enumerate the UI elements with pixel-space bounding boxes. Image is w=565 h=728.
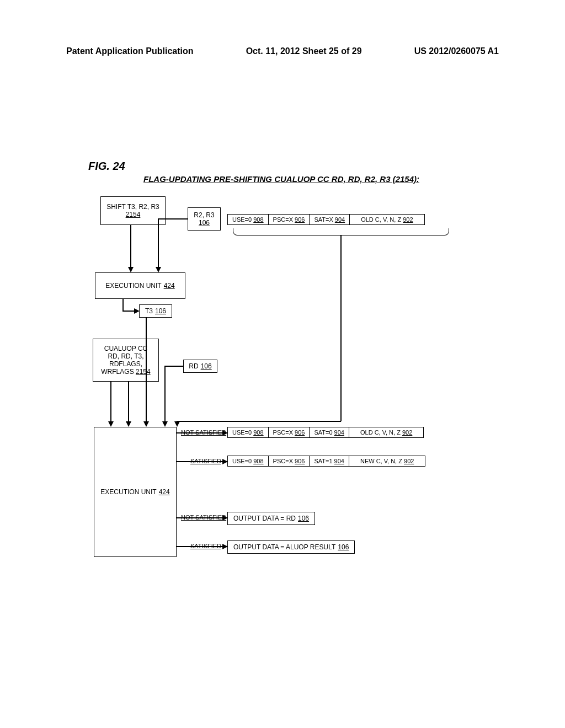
r2r3-ref: 106 xyxy=(199,219,210,227)
shift-box: SHIFT T3, R2, R3 2154 xyxy=(100,196,166,225)
sat-cell: SAT=X 904 xyxy=(310,215,350,224)
brace-tail xyxy=(340,235,342,421)
output-not-satisfied-box: OUTPUT DATA = RD 106 xyxy=(227,512,315,525)
page-header: Patent Application Publication Oct. 11, … xyxy=(66,46,499,56)
header-center: Oct. 11, 2012 Sheet 25 of 29 xyxy=(246,46,362,56)
rd-box: RD 106 xyxy=(183,360,217,373)
rd-ref: 106 xyxy=(201,362,212,370)
execution-unit-2-box: EXECUTION UNIT 424 xyxy=(94,427,177,557)
output-satisfied-box: OUTPUT DATA = ALUOP RESULT 106 xyxy=(227,540,355,554)
flags-cell: OLD C, V, N, Z 902 xyxy=(350,215,424,224)
t3-label: T3 xyxy=(145,307,153,315)
cualuop-l1: CUALUOP CC xyxy=(104,345,147,352)
rd-label: RD xyxy=(189,362,198,370)
flags-row-not-satisfied: USE=0 908 PSC=X 906 SAT=0 904 OLD C, V, … xyxy=(227,427,424,438)
flags-row-initial: USE=0 908 PSC=X 906 SAT=X 904 OLD C, V, … xyxy=(227,214,425,225)
execunit2-ref: 424 xyxy=(159,488,170,496)
r2r3-box: R2, R3 106 xyxy=(188,207,221,231)
header-right: US 2012/0260075 A1 xyxy=(414,46,499,56)
execunit1-label: EXECUTION UNIT xyxy=(105,282,161,290)
use-cell: USE=0 908 xyxy=(228,215,269,224)
psc-cell: PSC=X 906 xyxy=(269,215,310,224)
r2r3-label: R2, R3 xyxy=(194,211,214,219)
t3-ref: 106 xyxy=(155,307,166,315)
cualuop-box: CUALUOP CC RD, RD, T3, RDFLAGS, WRFLAGS … xyxy=(93,339,159,382)
figure-title: FLAG-UPDATING PRE-SHIFTING CUALUOP CC RD… xyxy=(143,174,419,184)
execunit1-ref: 424 xyxy=(164,282,175,290)
patent-page: Patent Application Publication Oct. 11, … xyxy=(0,0,565,728)
diagram-area: SHIFT T3, R2, R3 2154 R2, R3 106 USE=0 9… xyxy=(88,196,486,571)
shift-ref: 2154 xyxy=(126,211,141,218)
figure-label: FIG. 24 xyxy=(88,160,125,173)
execution-unit-1-box: EXECUTION UNIT 424 xyxy=(95,272,185,299)
header-left: Patent Application Publication xyxy=(66,46,194,56)
cualuop-l2: RD, RD, T3, xyxy=(108,352,143,360)
shift-label: SHIFT T3, R2, R3 xyxy=(106,203,159,211)
t3-box: T3 106 xyxy=(139,304,172,318)
cualuop-l3: RDFLAGS, xyxy=(109,360,142,368)
flags-row-satisfied: USE=0 908 PSC=X 906 SAT=1 904 NEW C, V, … xyxy=(227,456,425,467)
execunit2-label: EXECUTION UNIT xyxy=(100,488,156,496)
cualuop-l4: WRFLAGS 2154 xyxy=(101,368,150,376)
